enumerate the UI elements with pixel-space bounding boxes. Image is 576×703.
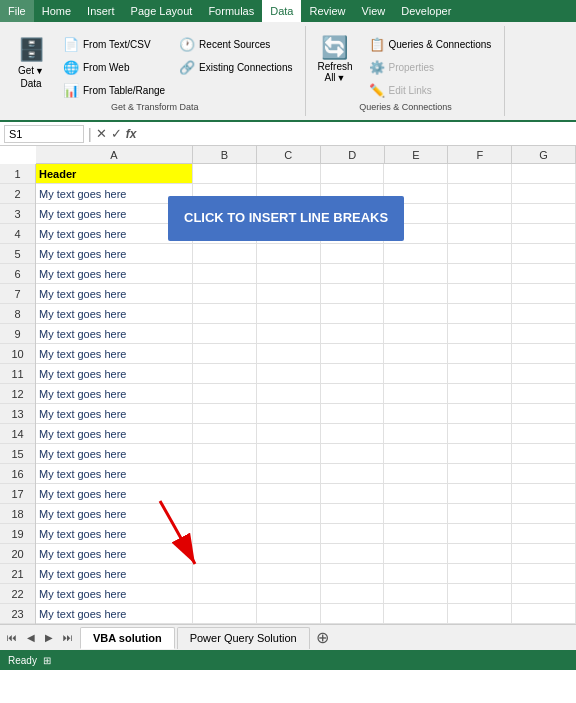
cell-a17[interactable]: My text goes here: [36, 484, 193, 503]
cell-b12[interactable]: [193, 384, 257, 403]
cell-a8[interactable]: My text goes here: [36, 304, 193, 323]
cell-e23[interactable]: [384, 604, 448, 623]
name-box[interactable]: [4, 125, 84, 143]
cell-d5[interactable]: [321, 244, 385, 263]
tab-scroll-prev[interactable]: ◀: [24, 630, 38, 645]
formula-input[interactable]: [138, 128, 572, 140]
cell-a14[interactable]: My text goes here: [36, 424, 193, 443]
cell-g7[interactable]: [512, 284, 576, 303]
cell-e18[interactable]: [384, 504, 448, 523]
cell-a12[interactable]: My text goes here: [36, 384, 193, 403]
cell-e19[interactable]: [384, 524, 448, 543]
insert-line-breaks-button[interactable]: CLICK TO INSERT LINE BREAKS: [168, 196, 404, 241]
cell-b18[interactable]: [193, 504, 257, 523]
cell-f2[interactable]: [448, 184, 512, 203]
cell-d12[interactable]: [321, 384, 385, 403]
cell-g17[interactable]: [512, 484, 576, 503]
cell-g9[interactable]: [512, 324, 576, 343]
cell-e17[interactable]: [384, 484, 448, 503]
cell-b14[interactable]: [193, 424, 257, 443]
menu-file[interactable]: File: [0, 0, 34, 22]
cell-d6[interactable]: [321, 264, 385, 283]
cell-a13[interactable]: My text goes here: [36, 404, 193, 423]
cell-f5[interactable]: [448, 244, 512, 263]
cell-g11[interactable]: [512, 364, 576, 383]
cell-g5[interactable]: [512, 244, 576, 263]
cell-c19[interactable]: [257, 524, 321, 543]
cell-a19[interactable]: My text goes here: [36, 524, 193, 543]
cell-b16[interactable]: [193, 464, 257, 483]
cell-f13[interactable]: [448, 404, 512, 423]
cell-d20[interactable]: [321, 544, 385, 563]
cell-d15[interactable]: [321, 444, 385, 463]
cell-c15[interactable]: [257, 444, 321, 463]
cell-g4[interactable]: [512, 224, 576, 243]
cell-a6[interactable]: My text goes here: [36, 264, 193, 283]
cell-b6[interactable]: [193, 264, 257, 283]
cell-g1[interactable]: [512, 164, 576, 183]
cell-f11[interactable]: [448, 364, 512, 383]
cell-e5[interactable]: [384, 244, 448, 263]
cell-c16[interactable]: [257, 464, 321, 483]
tab-scroll-last[interactable]: ⏭: [60, 630, 76, 645]
cell-e21[interactable]: [384, 564, 448, 583]
cell-f16[interactable]: [448, 464, 512, 483]
cell-d21[interactable]: [321, 564, 385, 583]
cell-g10[interactable]: [512, 344, 576, 363]
cell-g14[interactable]: [512, 424, 576, 443]
cell-e10[interactable]: [384, 344, 448, 363]
cell-b10[interactable]: [193, 344, 257, 363]
cell-b1[interactable]: [193, 164, 257, 183]
cell-e22[interactable]: [384, 584, 448, 603]
tab-power-query[interactable]: Power Query Solution: [177, 627, 310, 649]
cell-a18[interactable]: My text goes here: [36, 504, 193, 523]
cell-e8[interactable]: [384, 304, 448, 323]
cell-d8[interactable]: [321, 304, 385, 323]
from-text-csv-button[interactable]: 📄 From Text/CSV: [58, 34, 170, 55]
cell-a16[interactable]: My text goes here: [36, 464, 193, 483]
cell-g15[interactable]: [512, 444, 576, 463]
cell-b23[interactable]: [193, 604, 257, 623]
cell-c18[interactable]: [257, 504, 321, 523]
cell-g3[interactable]: [512, 204, 576, 223]
cancel-icon[interactable]: ✕: [96, 126, 107, 141]
cell-e11[interactable]: [384, 364, 448, 383]
cell-f20[interactable]: [448, 544, 512, 563]
cell-b7[interactable]: [193, 284, 257, 303]
cell-f12[interactable]: [448, 384, 512, 403]
cell-c9[interactable]: [257, 324, 321, 343]
cell-c14[interactable]: [257, 424, 321, 443]
confirm-icon[interactable]: ✓: [111, 126, 122, 141]
cell-a23[interactable]: My text goes here: [36, 604, 193, 623]
cell-e13[interactable]: [384, 404, 448, 423]
tab-vba-solution[interactable]: VBA solution: [80, 627, 175, 649]
cell-d7[interactable]: [321, 284, 385, 303]
cell-d13[interactable]: [321, 404, 385, 423]
cell-e15[interactable]: [384, 444, 448, 463]
menu-page-layout[interactable]: Page Layout: [123, 0, 201, 22]
cell-g16[interactable]: [512, 464, 576, 483]
cell-d18[interactable]: [321, 504, 385, 523]
cell-g19[interactable]: [512, 524, 576, 543]
cell-c21[interactable]: [257, 564, 321, 583]
cell-c1[interactable]: [257, 164, 321, 183]
cell-f21[interactable]: [448, 564, 512, 583]
cell-d14[interactable]: [321, 424, 385, 443]
cell-d23[interactable]: [321, 604, 385, 623]
menu-home[interactable]: Home: [34, 0, 79, 22]
cell-b9[interactable]: [193, 324, 257, 343]
existing-connections-button[interactable]: 🔗 Existing Connections: [174, 57, 297, 78]
cell-e1[interactable]: [384, 164, 448, 183]
cell-f15[interactable]: [448, 444, 512, 463]
cell-d1[interactable]: [321, 164, 385, 183]
cell-c17[interactable]: [257, 484, 321, 503]
cell-f10[interactable]: [448, 344, 512, 363]
cell-f8[interactable]: [448, 304, 512, 323]
cell-d16[interactable]: [321, 464, 385, 483]
cell-f14[interactable]: [448, 424, 512, 443]
cell-b22[interactable]: [193, 584, 257, 603]
cell-e12[interactable]: [384, 384, 448, 403]
add-sheet-button[interactable]: ⊕: [312, 628, 333, 647]
cell-f17[interactable]: [448, 484, 512, 503]
refresh-all-button[interactable]: 🔄 Refresh All ▼: [310, 30, 359, 88]
